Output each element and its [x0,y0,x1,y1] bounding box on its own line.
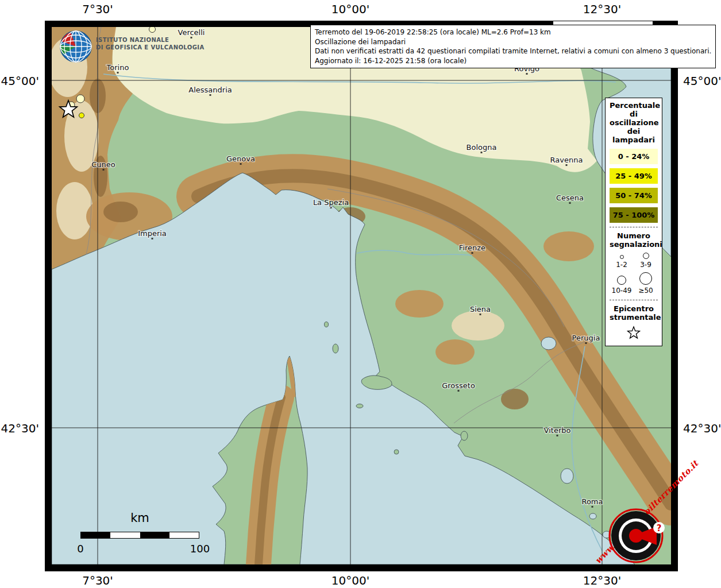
logo-question-mark: ? [657,523,662,533]
ingv-name-line1: ISTITUTO NAZIONALE [96,36,205,44]
axis-label-right-4230: 42°30' [683,421,721,435]
city-label-alessandria: Alessandria [188,86,232,94]
city-marker [557,435,558,436]
island-giglio [461,431,468,440]
city-label-bologna: Bologna [466,143,497,152]
legend-reports-title: Numero segnalazioni [610,231,658,249]
ingv-logo-text: ISTITUTO NAZIONALE DI GEOFISICA E VULCAN… [96,36,205,51]
scalebar-min-label: 0 [72,543,88,555]
ingv-logo-globe-icon [58,29,94,64]
city-label-torino: Torino [106,63,129,72]
city-label-siena: Siena [470,305,491,314]
island-montecristo [394,450,399,454]
legend-class-swatches: 0 - 24%25 - 49%50 - 74%75 - 100% [610,149,658,223]
legend-box: Percentuale di oscillazione dei lampadar… [605,98,662,346]
scalebar-segment [110,532,140,538]
logo-core [629,529,643,543]
event-info-box: Terremoto del 19-06-2019 22:58:25 (ora l… [310,25,716,68]
city-label-genova: Genova [226,154,255,163]
map-frame-left [45,21,52,571]
axis-label-bottom-730: 7°30' [82,574,113,587]
legend-class-3: 75 - 100% [610,207,658,223]
axis-label-bottom-1000: 10°00' [331,574,369,587]
tuscan-hills [435,339,475,365]
axis-label-top-730: 7°30' [82,2,113,16]
scalebar [80,532,199,539]
event-info-line-3: Dati non verificati estratti da 42 quest… [315,47,711,56]
city-marker [472,252,473,254]
scalebar-segment [169,532,199,538]
lake-vico [589,513,596,519]
scalebar-segment [140,532,169,538]
monte-amiata [501,389,529,409]
city-marker [592,506,593,508]
legend-separator [610,300,658,300]
legend-class-1: 25 - 49% [610,168,658,184]
report-size-circle-icon [639,272,652,285]
report-size-circle-icon [617,276,626,285]
city-label-ravenna: Ravenna [550,156,583,164]
report-size-circle-icon [620,255,624,259]
legend-title: Percentuale di oscillazione dei lampadar… [610,101,658,144]
city-label-la-spezia: La Spezia [313,198,349,207]
event-info-line-2: Oscillazione dei lampadari [315,37,711,47]
city-marker [117,72,119,74]
report-size-label: 3-9 [640,261,651,269]
axis-label-top-1230: 12°30' [583,2,621,16]
city-label-viterbo: Viterbo [544,426,571,435]
city-label-roma: Roma [581,497,603,506]
marche-hills [543,231,594,261]
ingv-name-line2: DI GEOFISICA E VULCANOLOGIA [96,44,205,51]
city-marker [330,207,332,208]
report-size-0: 1-2 [610,251,634,270]
report-size-label: ≥50 [638,287,653,295]
report-size-circle-icon [643,253,649,259]
report-size-label: 10-49 [612,287,632,295]
city-label-imperia: Imperia [138,229,167,238]
haisentitoilterremoto-logo: ? [605,505,667,567]
map-frame-bottom [45,564,678,571]
axis-label-left-4230: 42°30' [0,421,39,435]
legend-report-sizes: 1-23-910-49≥50 [610,251,658,296]
report-size-2: 10-49 [610,270,634,296]
ligurian-ridge [103,202,138,222]
city-marker [458,390,460,392]
city-label-grosseto: Grosseto [442,381,475,390]
scalebar-unit-label: km [80,511,199,525]
city-marker [481,152,483,153]
island-gorgona [325,322,329,327]
island-capraia [333,344,338,353]
event-info-line-4: Aggiornato il: 16-12-2025 21:58 (ora loc… [315,56,711,66]
event-info-line-1: Terremoto del 19-06-2019 22:58:25 (ora l… [315,28,711,37]
map: VercelliTorinoAlessandriaRovigoGenovaBol… [52,27,671,564]
axis-label-top-1000: 10°00' [331,2,369,16]
city-marker [585,342,587,344]
report-size-3: ≥50 [634,270,658,296]
city-marker [526,73,528,75]
island-pianosa [356,404,363,408]
lake-bolsena [561,469,573,483]
city-marker [240,163,242,165]
axis-label-right-45: 45°00' [683,74,721,88]
scalebar-segment [81,532,110,538]
city-marker [480,314,481,315]
city-label-perugia: Perugia [572,334,600,342]
report-size-1: 3-9 [634,251,658,270]
legend-separator [610,227,658,227]
city-label-vercelli: Vercelli [178,28,205,37]
city-label-firenze: Firenze [459,243,485,252]
felt-report-circle [79,113,84,118]
felt-report-circle [76,95,84,103]
tuscan-hills [395,290,444,318]
city-marker [210,94,211,96]
axis-label-left-45: 45°00' [0,74,39,88]
report-size-label: 1-2 [616,261,627,269]
city-marker [569,202,571,204]
map-screenshot: VercelliTorinoAlessandriaRovigoGenovaBol… [0,0,721,588]
city-label-cuneo: Cuneo [91,160,115,169]
legend-epicenter-title: Epicentro strumentale [610,304,658,322]
city-marker [152,238,153,239]
lake-trasimeno [541,337,556,350]
city-marker [103,169,105,171]
city-marker [566,164,568,166]
